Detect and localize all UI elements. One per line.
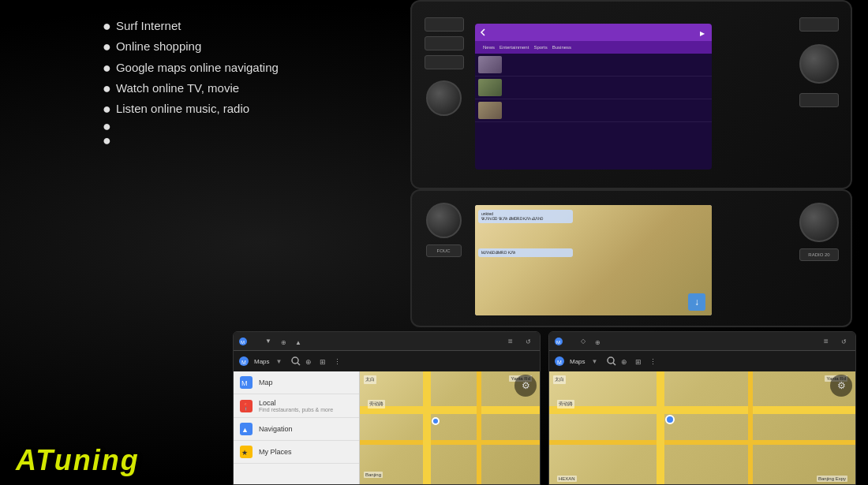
wifi-status-icon: ▶ xyxy=(699,28,709,37)
svg-text:⊕: ⊕ xyxy=(595,339,600,345)
car-unit-inner: ▶ News Entertainment Sports Business xyxy=(410,0,852,189)
map-signal-icon: ▲ xyxy=(295,338,303,345)
bottom-left-knob[interactable] xyxy=(426,203,462,238)
search-icon-2[interactable] xyxy=(607,356,616,366)
feature-text: Surf Internet xyxy=(116,16,181,36)
unit-screen-bottom: unkted ᏔᏁhᎥ ᎠᎠ ᏔᏁh ᏰᎷᎠᎡᎠ ᏦᏁh ᏯᏁhᎠ ᎷᏁhᏮᎠ … xyxy=(475,205,712,315)
directions-icon-2[interactable]: ⊕ xyxy=(621,356,630,366)
svg-text:★: ★ xyxy=(241,449,248,457)
mute-button[interactable] xyxy=(425,36,464,50)
map-menu-map[interactable]: M Map xyxy=(234,371,359,394)
wifi-notice-text xyxy=(103,213,402,232)
layers-icon[interactable]: ⊞ xyxy=(320,356,329,366)
directions-icon[interactable]: ⊕ xyxy=(305,356,315,366)
maps-arrow-sub-2: ▼ xyxy=(592,358,598,365)
feature-text: Listen online music, radio xyxy=(116,99,249,119)
map-label-1: 太白 xyxy=(364,375,376,384)
list-item: ● xyxy=(103,133,434,147)
chat-line-3: ᎷᏁhᏮᎠ ᏰᎷᎡᎠ ᏦᏁh xyxy=(481,250,570,256)
browser-nav: News Entertainment Sports Business xyxy=(475,41,712,54)
news-item-3 xyxy=(475,99,712,122)
logo: ATuning xyxy=(16,444,140,477)
road-v2-2 xyxy=(748,371,753,485)
bottom-focus-button[interactable]: FOUC xyxy=(426,244,462,257)
navi-button[interactable] xyxy=(799,17,839,32)
map-refresh-icon-2[interactable]: ↺ xyxy=(841,337,851,346)
tune-button[interactable] xyxy=(799,93,839,107)
map-display-area-2: 太白 劳动路 Yanta Rd HEXAN Banjing Expy ⚙ xyxy=(549,371,855,485)
map-menu-local[interactable]: 📍 Local Find restaurants, pubs & more xyxy=(234,394,359,418)
layers-icon-2[interactable]: ⊞ xyxy=(635,356,645,366)
list-item: ● Listen online music, radio xyxy=(103,99,434,119)
news-thumb-2 xyxy=(478,79,502,96)
feature-text: Watch online TV, movie xyxy=(116,78,239,99)
nav-sports[interactable]: Sports xyxy=(533,45,547,50)
map-menu-icon-top[interactable]: ≡ xyxy=(508,336,519,347)
logo-rest: uning xyxy=(54,444,140,476)
map-label-2-5: Banjing Expy xyxy=(817,476,847,482)
map-header-2: M ◇ ⊕ ≡ ↺ xyxy=(549,332,855,351)
map-wifi-icon: ⊕ xyxy=(281,338,289,345)
nav-business[interactable]: Business xyxy=(552,45,571,50)
overflow-icon[interactable]: ⋮ xyxy=(334,356,343,366)
svg-point-25 xyxy=(608,357,614,364)
map-marker-1 xyxy=(432,417,440,425)
chat-overlay-2: ᎷᏁhᏮᎠ ᏰᎷᎡᎠ ᏦᏁh xyxy=(478,248,573,257)
map-menu-places[interactable]: ★ My Places xyxy=(234,441,359,464)
map-menu-icon-top-2[interactable]: ≡ xyxy=(824,336,835,347)
map-settings-button[interactable]: ⚙ xyxy=(514,375,537,397)
feature-text: Google maps online navigating xyxy=(116,58,279,78)
list-item: ● xyxy=(103,119,434,133)
bullet: ● xyxy=(103,39,111,54)
maps-logo-small-2: M xyxy=(554,356,565,367)
chat-line-2: ᏔᏁhᎥ ᎠᎠ ᏔᏁh ᏰᎷᎠᎡᎠ ᏦᏁh ᏯᏁhᎠ xyxy=(481,216,570,222)
bullet: ● xyxy=(103,133,111,147)
maps-logo-small: M xyxy=(238,356,249,367)
svg-text:M: M xyxy=(241,340,245,345)
map-menu-navigation[interactable]: ▲ Navigation xyxy=(234,418,359,441)
radio-20-button[interactable]: RADIO 20 xyxy=(799,248,839,261)
maps-arrow-sub: ▼ xyxy=(276,358,282,365)
map-label-2-4: HEXAN xyxy=(557,476,577,482)
map-background-small: unkted ᏔᏁhᎥ ᎠᎠ ᏔᏁh ᏰᎷᎠᎡᎠ ᏦᏁh ᏯᏁhᎠ ᎷᏁhᏮᎠ … xyxy=(475,205,712,315)
right-knob[interactable] xyxy=(799,44,839,84)
map-arrow-1: ▼ xyxy=(265,338,271,345)
bullet: ● xyxy=(103,61,111,75)
features-panel: ● Surf Internet ● Online shopping ● Goog… xyxy=(103,8,434,147)
svg-line-26 xyxy=(613,363,615,365)
list-item: ● Watch online TV, movie xyxy=(103,78,434,99)
map-image-1: 太白 劳动路 Yanta Rd Banjing xyxy=(360,371,540,485)
road-v1-2 xyxy=(657,371,664,485)
svg-text:⊞: ⊞ xyxy=(320,358,326,366)
maps-icon-2: M xyxy=(554,337,563,346)
bottom-right-knob[interactable] xyxy=(799,203,839,242)
road-v1 xyxy=(423,371,431,485)
bottom-left-controls: FOUC xyxy=(420,203,467,297)
overflow-icon-2[interactable]: ⋮ xyxy=(649,356,659,366)
svg-text:⊕: ⊕ xyxy=(305,358,312,366)
left-knob[interactable] xyxy=(426,80,462,116)
search-icon[interactable] xyxy=(291,356,301,366)
mode-button[interactable] xyxy=(425,55,464,69)
svg-text:▶: ▶ xyxy=(700,30,705,37)
map-menu-local-text: Local Find restaurants, pubs & more xyxy=(259,399,333,412)
nav-news[interactable]: News xyxy=(483,45,495,50)
list-item: ● Online shopping xyxy=(103,36,434,57)
map-menu-label-map: Map xyxy=(259,379,273,386)
map-menu-label-places: My Places xyxy=(259,448,292,456)
map-icon-nav: ▲ xyxy=(240,423,253,435)
logo-at: AT xyxy=(16,444,54,476)
map-menu-label-nav: Navigation xyxy=(259,425,293,433)
download-icon: ↓ xyxy=(688,293,705,311)
bullet: ● xyxy=(103,19,111,33)
road-h2-2 xyxy=(549,440,855,445)
svg-text:↺: ↺ xyxy=(526,338,531,345)
nav-entertainment[interactable]: Entertainment xyxy=(499,45,529,50)
map-content-area-1: M Map 📍 Local Find restaurants, pubs & m… xyxy=(234,371,540,485)
svg-text:M: M xyxy=(556,340,560,345)
map-settings-button-2[interactable]: ⚙ xyxy=(830,375,852,397)
band-button[interactable] xyxy=(425,17,464,32)
feature-text: Online shopping xyxy=(116,36,201,57)
map-refresh-icon[interactable]: ↺ xyxy=(526,337,535,346)
map-panel-2: M ◇ ⊕ ≡ ↺ M Maps ▼ xyxy=(548,331,856,485)
